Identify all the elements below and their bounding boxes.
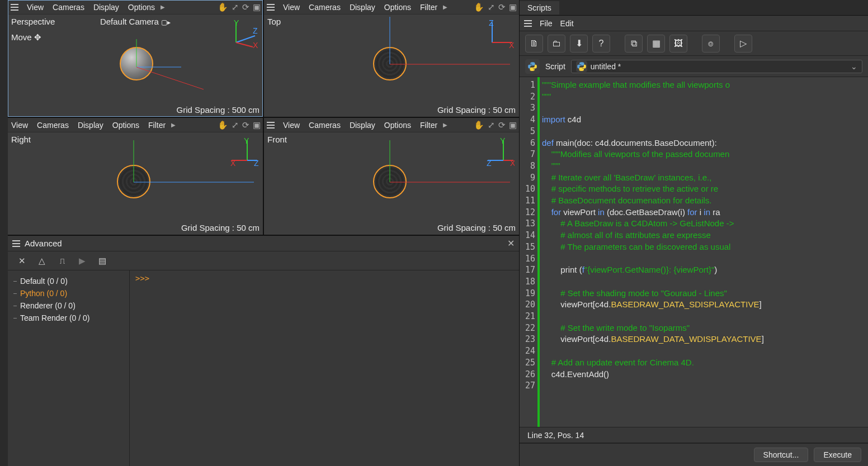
camera-label[interactable]: Default Camera ▢▸ (100, 17, 171, 26)
code-content[interactable]: """Simple example that modifies the all … (540, 77, 868, 427)
viewport-front[interactable]: View Cameras Display Options Filter ▶ ✋⤢… (264, 118, 519, 235)
line-number-gutter: 1234567891011121314151617181920212223242… (520, 77, 540, 427)
new-file-icon[interactable]: 🗎 (525, 35, 543, 53)
copy-icon[interactable]: ⧉ (625, 35, 643, 53)
tab-scripts[interactable]: Scripts (520, 1, 559, 15)
connect-icon[interactable]: ⎍ (55, 254, 69, 268)
orbit-icon[interactable]: ⟳ (242, 2, 249, 12)
layout-icon[interactable]: ▣ (253, 2, 261, 12)
warnings-icon[interactable]: △ (35, 254, 49, 268)
menu-cameras[interactable]: Cameras (308, 120, 342, 130)
svg-text:Z: Z (489, 20, 494, 27)
code-editor[interactable]: 1234567891011121314151617181920212223242… (520, 77, 868, 427)
hamburger-icon[interactable] (12, 240, 20, 247)
svg-text:X: X (509, 41, 515, 48)
script-select[interactable]: untitled * ⌄ (571, 60, 862, 73)
python-icon (525, 59, 540, 74)
svg-text:Y: Y (500, 138, 506, 145)
pan-icon[interactable]: ✋ (218, 2, 228, 12)
pan-icon[interactable]: ✋ (474, 2, 484, 12)
menu-file[interactable]: File (540, 19, 553, 28)
zoom-icon[interactable]: ⤢ (232, 2, 239, 12)
close-icon[interactable]: ✕ (507, 238, 515, 249)
hamburger-icon[interactable] (10, 4, 19, 11)
menu-filter[interactable]: Filter (419, 2, 438, 12)
grid-spacing-label: Grid Spacing : 500 cm (177, 105, 260, 115)
grid-spacing-label: Grid Spacing : 50 cm (181, 223, 260, 232)
menu-more-icon[interactable]: ▶ (161, 4, 165, 10)
pan-icon[interactable]: ✋ (218, 120, 228, 130)
scene-object-sphere[interactable] (373, 165, 407, 198)
console-tree: Default (0 / 0)Python (0 / 0)Renderer (0… (8, 270, 130, 466)
layout-icon[interactable]: ▣ (509, 120, 517, 130)
console-tree-item[interactable]: Python (0 / 0) (10, 287, 127, 299)
run-icon[interactable]: ▷ (734, 35, 752, 53)
hamburger-icon[interactable] (266, 4, 275, 11)
execute-button[interactable]: Execute (814, 448, 861, 462)
viewport-label: Right (11, 135, 31, 144)
menu-filter[interactable]: Filter (147, 120, 167, 130)
scene-object-sphere[interactable] (120, 47, 153, 80)
menu-more-icon[interactable]: ▶ (443, 122, 447, 128)
menu-filter[interactable]: Filter (419, 120, 438, 130)
menu-display[interactable]: Display (92, 2, 120, 12)
image-icon[interactable]: 🖼 (669, 35, 687, 53)
active-tool-label: Move ✥ (11, 32, 41, 42)
viewport-perspective[interactable]: View Cameras Display Options ▶ ✋ ⤢ ⟳ ▣ P… (8, 0, 263, 117)
layout-icon[interactable]: ▣ (253, 120, 261, 130)
menu-options[interactable]: Options (111, 120, 140, 130)
menu-cameras[interactable]: Cameras (36, 120, 70, 130)
menu-view[interactable]: View (282, 2, 301, 12)
hamburger-icon[interactable] (524, 20, 532, 27)
clear-icon[interactable]: ✕ (15, 254, 29, 268)
python-icon (576, 61, 587, 72)
viewport-menubar: View Cameras Display Options ▶ ✋ ⤢ ⟳ ▣ (8, 0, 263, 15)
console-tree-item[interactable]: Default (0 / 0) (10, 275, 127, 287)
menu-more-icon[interactable]: ▶ (443, 4, 447, 10)
console-panel: Advanced ✕ ✕ △ ⎍ ▶ ▤ Default (0 / 0)Pyth… (8, 235, 519, 466)
zoom-icon[interactable]: ⤢ (488, 120, 495, 130)
document-icon[interactable]: ▤ (95, 254, 110, 268)
editor-status: Line 32, Pos. 14 (520, 427, 868, 443)
menu-view[interactable]: View (10, 120, 29, 130)
save-icon[interactable]: ⬇ (570, 35, 588, 53)
svg-line-4 (236, 36, 255, 42)
grid-spacing-label: Grid Spacing : 50 cm (437, 223, 516, 232)
clapboard-icon[interactable]: ▦ (647, 35, 665, 53)
orbit-icon[interactable]: ⟳ (242, 120, 249, 130)
menu-edit[interactable]: Edit (560, 19, 574, 28)
menu-options[interactable]: Options (383, 120, 412, 130)
shortcut-button[interactable]: Shortcut... (754, 448, 809, 462)
hamburger-icon[interactable] (266, 122, 275, 129)
viewport-right[interactable]: View Cameras Display Options Filter ▶ ✋⤢… (8, 118, 263, 235)
menu-options[interactable]: Options (127, 2, 156, 12)
scene-object-sphere[interactable] (373, 47, 407, 80)
scene-object-sphere[interactable] (117, 165, 150, 198)
pan-icon[interactable]: ✋ (474, 120, 484, 130)
zoom-icon[interactable]: ⤢ (232, 120, 239, 130)
menu-display[interactable]: Display (77, 120, 105, 130)
menu-view[interactable]: View (26, 2, 45, 12)
play-icon[interactable]: ▶ (75, 254, 89, 268)
viewport-label: Front (267, 135, 287, 144)
help-icon[interactable]: ? (592, 35, 610, 53)
menu-options[interactable]: Options (383, 2, 412, 12)
zoom-icon[interactable]: ⤢ (488, 2, 495, 12)
menu-display[interactable]: Display (348, 2, 376, 12)
menu-cameras[interactable]: Cameras (308, 2, 342, 12)
open-folder-icon[interactable]: 🗀 (548, 35, 565, 53)
menu-cameras[interactable]: Cameras (51, 2, 86, 12)
camera-icon[interactable]: ⌾ (702, 35, 720, 53)
layout-icon[interactable]: ▣ (509, 2, 517, 12)
svg-text:Z: Z (254, 159, 258, 166)
menu-display[interactable]: Display (348, 120, 376, 130)
console-tree-item[interactable]: Renderer (0 / 0) (10, 299, 127, 312)
orbit-icon[interactable]: ⟳ (498, 2, 506, 12)
viewport-top[interactable]: View Cameras Display Options Filter ▶ ✋⤢… (264, 0, 519, 117)
console-tree-item[interactable]: Team Render (0 / 0) (10, 312, 127, 324)
menu-more-icon[interactable]: ▶ (171, 122, 176, 128)
console-output[interactable]: >>> (130, 270, 519, 466)
menu-view[interactable]: View (282, 120, 301, 130)
orbit-icon[interactable]: ⟳ (498, 120, 506, 130)
console-title: Advanced (25, 239, 62, 248)
